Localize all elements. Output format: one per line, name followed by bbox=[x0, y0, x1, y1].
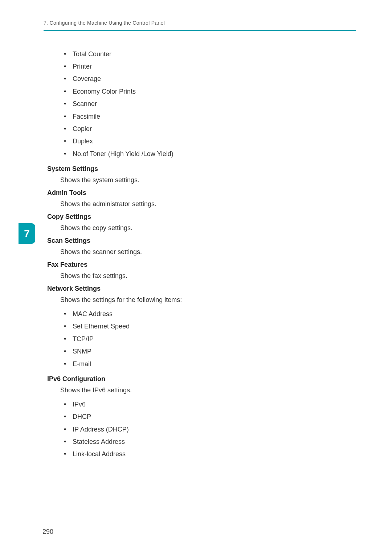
list-item: E-mail bbox=[64, 358, 356, 370]
content-area: Total Counter Printer Coverage Economy C… bbox=[47, 48, 356, 461]
network-bullet-list: MAC Address Set Ethernet Speed TCP/IP SN… bbox=[64, 308, 356, 370]
list-item: Scanner bbox=[64, 98, 356, 110]
list-item: Link-local Address bbox=[64, 448, 356, 461]
chapter-title: 7. Configuring the Machine Using the Con… bbox=[44, 20, 356, 26]
section-description: Shows the IPv6 settings. bbox=[60, 387, 356, 394]
list-item: IP Address (DHCP) bbox=[64, 423, 356, 436]
section-heading: IPv6 Configuration bbox=[47, 375, 356, 383]
page-number: 290 bbox=[42, 528, 53, 536]
section-heading: Fax Features bbox=[47, 261, 356, 269]
section-description: Shows the fax settings. bbox=[60, 272, 356, 280]
section-description: Shows the settings for the following ite… bbox=[60, 296, 356, 304]
chapter-number: 7 bbox=[24, 228, 30, 240]
list-item: Duplex bbox=[64, 135, 356, 148]
list-item: Stateless Address bbox=[64, 436, 356, 448]
list-item: SNMP bbox=[64, 346, 356, 358]
section-heading: Admin Tools bbox=[47, 189, 356, 197]
section-heading: Copy Settings bbox=[47, 213, 356, 221]
list-item: TCP/IP bbox=[64, 333, 356, 345]
list-item: DHCP bbox=[64, 411, 356, 423]
list-item: Printer bbox=[64, 60, 356, 73]
top-bullet-list: Total Counter Printer Coverage Economy C… bbox=[64, 48, 356, 160]
section-description: Shows the administrator settings. bbox=[60, 200, 356, 208]
list-item: Coverage bbox=[64, 73, 356, 85]
list-item: Facsimile bbox=[64, 110, 356, 123]
section-description: Shows the copy settings. bbox=[60, 224, 356, 232]
section-description: Shows the scanner settings. bbox=[60, 248, 356, 256]
section-heading: Network Settings bbox=[47, 285, 356, 293]
page-header: 7. Configuring the Machine Using the Con… bbox=[44, 20, 356, 31]
list-item: Copier bbox=[64, 123, 356, 135]
list-item: Total Counter bbox=[64, 48, 356, 60]
list-item: Set Ethernet Speed bbox=[64, 320, 356, 333]
list-item: No.of Toner (High Yield /Low Yield) bbox=[64, 148, 356, 160]
section-heading: Scan Settings bbox=[47, 237, 356, 245]
header-divider bbox=[44, 30, 356, 31]
list-item: IPv6 bbox=[64, 398, 356, 410]
section-heading: System Settings bbox=[47, 165, 356, 173]
ipv6-bullet-list: IPv6 DHCP IP Address (DHCP) Stateless Ad… bbox=[64, 398, 356, 461]
section-description: Shows the system settings. bbox=[60, 176, 356, 184]
list-item: Economy Color Prints bbox=[64, 85, 356, 98]
chapter-tab: 7 bbox=[19, 223, 35, 244]
list-item: MAC Address bbox=[64, 308, 356, 320]
